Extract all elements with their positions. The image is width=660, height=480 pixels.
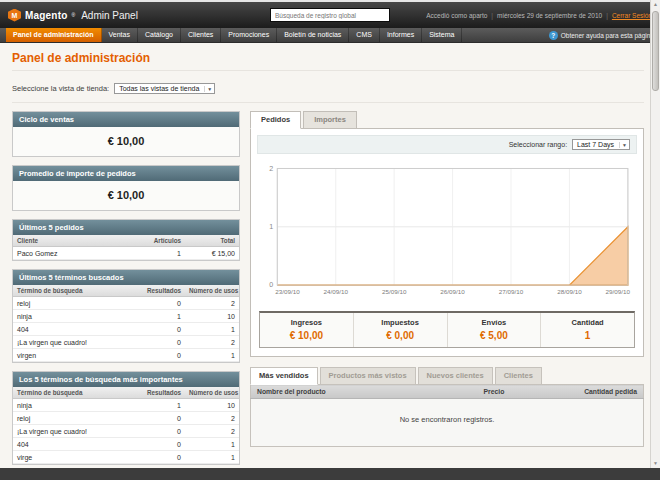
tab-mas-vendidos[interactable]: Más vendidos: [250, 367, 318, 385]
last-search-terms-box: Últimos 5 términos buscados Término de b…: [12, 269, 240, 363]
column-header: Cliente: [13, 235, 143, 247]
cell-results: 0: [143, 349, 185, 362]
range-label: Seleccionar rango:: [509, 141, 567, 148]
range-select[interactable]: Last 7 Days ▼: [572, 139, 630, 150]
store-view-select[interactable]: Todas las vistas de tienda ▼: [114, 83, 215, 94]
cell-term: ninja: [13, 399, 143, 412]
nav-item-promociones[interactable]: Promociones: [221, 28, 277, 42]
store-view-selected-value: Todas las vistas de tienda: [119, 85, 199, 92]
nav-item-dashboard[interactable]: Panel de administración: [6, 28, 102, 42]
nav-item-cms[interactable]: CMS: [349, 28, 380, 42]
cell-total: € 15,00: [185, 247, 239, 260]
column-header: Nombre del producto: [251, 385, 478, 399]
no-records-message: No se encontraron registros.: [251, 399, 644, 447]
scroll-up-arrow-icon[interactable]: ▲: [651, 0, 660, 9]
stat-label: Ingresos: [260, 318, 353, 327]
stat-value: € 10,00: [260, 330, 353, 341]
cell-results: 0: [143, 425, 185, 438]
table-row[interactable]: reloj 0 2: [13, 297, 239, 310]
svg-text:2: 2: [269, 165, 273, 172]
table-row[interactable]: virgen 0 1: [13, 349, 239, 362]
stat-value: € 0,00: [354, 330, 447, 341]
orders-chart: 01223/09/1024/09/1025/09/1026/09/1027/09…: [259, 161, 635, 301]
header-separator: |: [606, 12, 608, 19]
scrollbar-thumb[interactable]: [652, 11, 659, 91]
stat-envios: Envíos € 5,00: [448, 313, 542, 347]
tab-pedidos[interactable]: Pedidos: [250, 111, 301, 129]
table-row[interactable]: Paco Gomez 1 € 15,00: [13, 247, 239, 260]
average-orders-box: Promedio de importe de pedidos € 10,00: [12, 165, 240, 211]
nav-item-catalogo[interactable]: Catálogo: [138, 28, 181, 42]
logout-link[interactable]: Cerrar Sesión: [612, 12, 652, 19]
svg-text:23/09/10: 23/09/10: [275, 289, 300, 295]
svg-text:29/09/10: 29/09/10: [605, 289, 630, 295]
column-header: Número de usos: [185, 285, 239, 297]
scroll-down-arrow-icon[interactable]: ▼: [651, 459, 660, 468]
stat-impuestos: Impuestos € 0,00: [354, 313, 448, 347]
cell-term: virgen: [13, 349, 143, 362]
logo-subtitle: Admin Panel: [81, 10, 138, 21]
nav-item-clientes[interactable]: Clientes: [181, 28, 221, 42]
svg-text:24/09/10: 24/09/10: [323, 289, 348, 295]
table-row[interactable]: ¡La virgen que cuadro! 0 2: [13, 336, 239, 349]
dashboard-left-column: Ciclo de ventas € 10,00 Promedio de impo…: [12, 111, 240, 467]
average-orders-value: € 10,00: [13, 181, 239, 210]
stat-cantidad: Cantidad 1: [541, 313, 634, 347]
cell-uses: 2: [185, 412, 239, 425]
cell-term: ¡La virgen que cuadro!: [13, 336, 143, 349]
store-view-switcher: Seleccione la vista de tienda: Todas las…: [12, 83, 644, 103]
cell-uses: 2: [185, 297, 239, 310]
svg-text:1: 1: [269, 223, 273, 230]
box-title: Últimos 5 términos buscados: [13, 270, 239, 285]
table-row[interactable]: 404 0 1: [13, 438, 239, 451]
cell-articulos: 1: [143, 247, 185, 260]
orders-amounts-tabs: Pedidos Importes: [250, 111, 644, 129]
tab-nuevos-clientes[interactable]: Nuevos clientes: [418, 367, 493, 385]
help-link[interactable]: ? Obtener ayuda para esta página: [549, 28, 654, 42]
global-search-input[interactable]: [270, 8, 390, 22]
cell-results: 0: [143, 297, 185, 310]
vertical-scrollbar[interactable]: ▲ ▼: [650, 0, 660, 468]
last-orders-table: Cliente Artículos Total Paco Gomez 1 € 1…: [13, 235, 239, 260]
table-row[interactable]: virge 0 1: [13, 451, 239, 464]
tab-clientes[interactable]: Clientes: [495, 367, 542, 385]
cell-results: 0: [143, 438, 185, 451]
top-search-terms-box: Los 5 términos de búsqueda más important…: [12, 371, 240, 465]
stat-label: Impuestos: [354, 318, 447, 327]
cell-uses: 2: [185, 425, 239, 438]
table-header-row: Cliente Artículos Total: [13, 235, 239, 247]
stat-value: 1: [541, 330, 634, 341]
cell-uses: 1: [185, 451, 239, 464]
cell-results: 0: [143, 323, 185, 336]
totals-bar: Ingresos € 10,00 Impuestos € 0,00 Envíos…: [259, 311, 635, 348]
last-orders-box: Últimos 5 pedidos Cliente Artículos Tota…: [12, 219, 240, 261]
cell-term: reloj: [13, 412, 143, 425]
nav-item-ventas[interactable]: Ventas: [102, 28, 138, 42]
box-title: Promedio de importe de pedidos: [13, 166, 239, 181]
table-row[interactable]: ninja 1 10: [13, 310, 239, 323]
tab-importes[interactable]: Importes: [303, 111, 357, 129]
nav-item-informes[interactable]: Informes: [380, 28, 422, 42]
table-row[interactable]: ninja 1 10: [13, 399, 239, 412]
column-header: Artículos: [143, 235, 185, 247]
magento-logo: Magento ® Admin Panel: [8, 9, 138, 22]
column-header: Total: [185, 235, 239, 247]
stat-label: Cantidad: [541, 318, 634, 327]
logged-in-as-text: Accedió como aparto: [426, 12, 487, 19]
column-header: Resultados: [143, 387, 185, 399]
box-title: Los 5 términos de búsqueda más important…: [13, 372, 239, 387]
svg-text:25/09/10: 25/09/10: [382, 289, 407, 295]
header-date-text: miércoles 29 de septiembre de 2010: [497, 12, 602, 19]
table-row[interactable]: reloj 0 2: [13, 412, 239, 425]
table-row[interactable]: ¡La virgen que cuadro! 0 2: [13, 425, 239, 438]
box-title: Últimos 5 pedidos: [13, 220, 239, 235]
grid-header-row: Nombre del producto Precio Cantidad pedi…: [251, 385, 644, 399]
table-row[interactable]: 404 0 1: [13, 323, 239, 336]
nav-item-sistema[interactable]: Sistema: [422, 28, 462, 42]
help-icon: ?: [549, 31, 558, 40]
dashboard-right-column: Pedidos Importes Seleccionar rango: Last…: [250, 111, 644, 467]
nav-item-boletin[interactable]: Boletín de noticias: [277, 28, 349, 42]
tab-productos-mas-vistos[interactable]: Productos más vistos: [320, 367, 416, 385]
table-header-row: Término de búsqueda Resultados Número de…: [13, 285, 239, 297]
table-header-row: Término de búsqueda Resultados Número de…: [13, 387, 239, 399]
